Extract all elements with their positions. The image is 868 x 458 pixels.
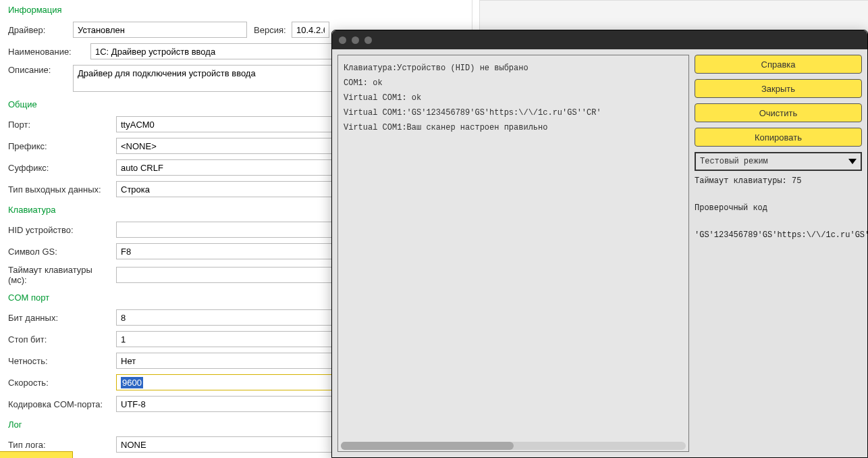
help-button[interactable]: Справка [695, 55, 862, 74]
label-version: Версия: [254, 25, 292, 35]
traffic-max-icon[interactable] [364, 36, 372, 44]
chevron-down-icon [847, 156, 858, 167]
close-button[interactable]: Закрыть [695, 79, 862, 98]
label-encoding: Кодировка COM-порта: [8, 399, 116, 409]
label-port: Порт: [8, 120, 116, 130]
label-outtype: Тип выходных данных: [8, 184, 116, 195]
section-info: Информация [8, 0, 465, 19]
label-name: Наименование: [8, 47, 90, 57]
label-gs: Символ GS: [8, 247, 116, 257]
log-text: Клавиатура:Устройство (HID) не выбрано C… [344, 63, 601, 132]
titlebar[interactable] [332, 30, 867, 49]
label-driver: Драйвер: [8, 25, 73, 35]
label-parity: Четность: [8, 356, 116, 366]
label-speed: Скорость: [8, 378, 116, 388]
traffic-min-icon[interactable] [352, 36, 359, 44]
label-databits: Бит данных: [8, 313, 116, 323]
driver-field[interactable] [73, 22, 247, 38]
popup-sidebar: Справка Закрыть Очистить Копировать Тест… [695, 55, 862, 452]
label-suffix: Суффикс: [8, 163, 116, 173]
horizontal-scrollbar[interactable] [341, 442, 686, 450]
clear-button[interactable]: Очистить [695, 103, 862, 122]
label-stopbit: Стоп бит: [8, 334, 116, 345]
mode-dropdown[interactable]: Тестовый режим [695, 152, 862, 171]
copy-button[interactable]: Копировать [695, 128, 862, 147]
svg-marker-0 [848, 159, 857, 164]
check-code-label: Проверочный код [695, 203, 862, 213]
label-desc: Описание: [8, 65, 73, 75]
label-logtype: Тип лога: [8, 440, 116, 450]
test-popup-window: Клавиатура:Устройство (HID) не выбрано C… [331, 30, 868, 458]
version-field[interactable] [292, 22, 329, 38]
log-output[interactable]: Клавиатура:Устройство (HID) не выбрано C… [337, 55, 689, 452]
label-hid: HID устройство: [8, 225, 116, 235]
mode-value: Тестовый режим [700, 157, 768, 166]
bottom-tab[interactable] [0, 451, 73, 458]
label-prefix: Префикс: [8, 141, 116, 151]
check-code-value: 'GS'123456789'GS'https:\/\/1c.ru'GS' [695, 230, 862, 240]
kb-timeout-info: Таймаут клавиатуры: 75 [695, 176, 862, 186]
label-kbtimeout: Таймаут клавиатуры (мс): [8, 265, 116, 285]
traffic-close-icon[interactable] [339, 36, 346, 44]
